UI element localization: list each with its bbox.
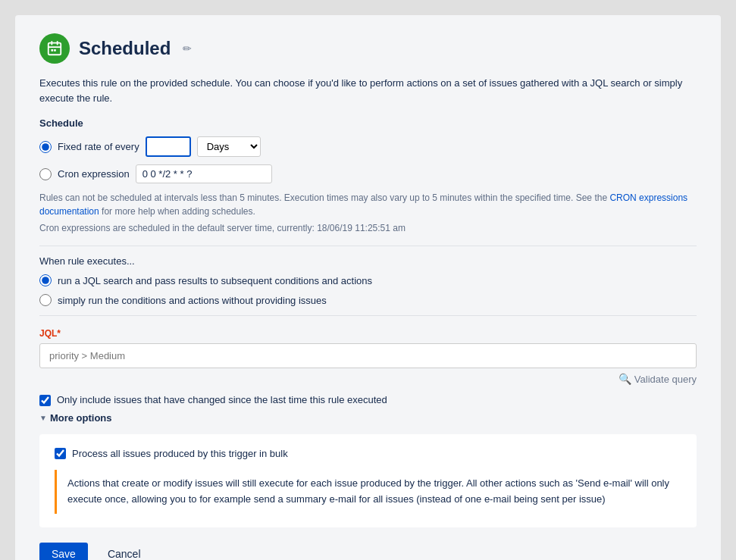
days-select[interactable]: Days Hours Minutes: [197, 136, 261, 157]
more-options-label: More options: [50, 412, 112, 424]
info-block: Actions that create or modify issues wil…: [55, 470, 681, 514]
calendar-icon: [39, 33, 70, 64]
simple-execute-radio[interactable]: [39, 294, 52, 306]
schedule-section-label: Schedule: [39, 117, 697, 129]
svg-rect-5: [54, 49, 56, 52]
fixed-rate-row: Fixed rate of every Days Hours Minutes: [39, 136, 697, 157]
search-icon: 🔍: [619, 373, 631, 385]
jql-search-radio-row: run a JQL search and pass results to sub…: [39, 274, 697, 286]
divider2: [39, 315, 697, 316]
cron-expression-row: Cron expression: [39, 164, 697, 183]
cancel-button[interactable]: Cancel: [96, 543, 153, 560]
validate-query-button[interactable]: 🔍 Validate query: [619, 373, 697, 385]
bulk-checkbox-row: Process all issues produced by this trig…: [55, 448, 681, 459]
svg-rect-0: [49, 43, 61, 55]
when-rule-label: When rule executes...: [39, 255, 697, 267]
jql-search-radio[interactable]: [39, 274, 52, 286]
include-changed-checkbox[interactable]: [39, 395, 51, 406]
edit-icon[interactable]: ✏: [183, 42, 192, 55]
bulk-checkbox[interactable]: [55, 448, 66, 459]
more-options-toggle[interactable]: ▼ More options: [39, 412, 697, 424]
scheduled-config-panel: Scheduled ✏ Executes this rule on the pr…: [15, 15, 721, 560]
server-time-text: Cron expressions are scheduled in the de…: [39, 223, 697, 233]
description-text: Executes this rule on the provided sched…: [39, 76, 697, 105]
jql-input[interactable]: [39, 343, 697, 368]
cron-expression-label: Cron expression: [58, 168, 130, 180]
fixed-rate-input[interactable]: [146, 136, 191, 157]
divider: [39, 246, 697, 246]
bulk-label: Process all issues produced by this trig…: [72, 448, 288, 459]
include-changed-row: Only include issues that have changed si…: [39, 394, 697, 406]
jql-search-label: run a JQL search and pass results to sub…: [58, 275, 372, 286]
simple-execute-radio-row: simply run the conditions and actions wi…: [39, 294, 697, 306]
footer-buttons: Save Cancel: [39, 543, 697, 560]
include-changed-label: Only include issues that have changed si…: [57, 394, 387, 405]
cron-expression-radio[interactable]: [39, 168, 52, 180]
cron-input[interactable]: [136, 164, 272, 183]
info-text: Actions that create or modify issues wil…: [67, 476, 671, 508]
save-button[interactable]: Save: [39, 543, 88, 560]
simple-execute-label: simply run the conditions and actions wi…: [58, 295, 327, 306]
jql-label: JQL*: [39, 328, 697, 339]
help-text: Rules can not be scheduled at intervals …: [39, 191, 697, 218]
expanded-options-panel: Process all issues produced by this trig…: [39, 434, 697, 527]
header: Scheduled ✏: [39, 33, 697, 64]
svg-rect-4: [51, 49, 53, 52]
chevron-down-icon: ▼: [39, 414, 47, 422]
fixed-rate-label: Fixed rate of every: [58, 141, 139, 152]
fixed-rate-radio[interactable]: [39, 141, 52, 153]
page-title: Scheduled: [79, 38, 171, 59]
validate-row: 🔍 Validate query: [39, 373, 697, 385]
